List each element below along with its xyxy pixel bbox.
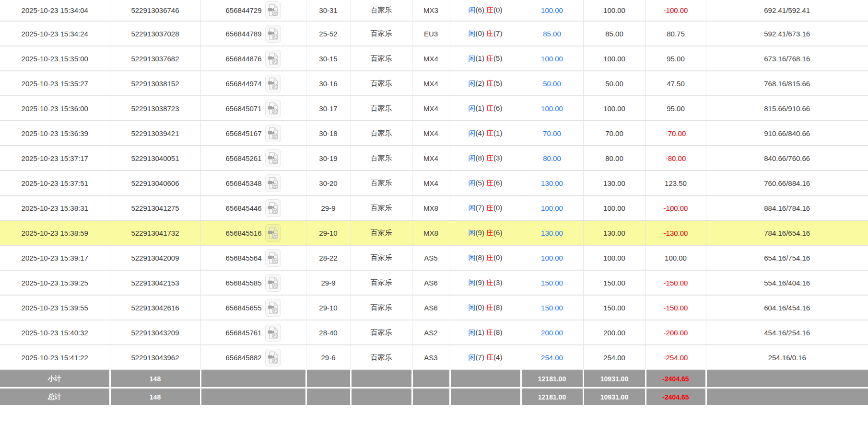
table-row[interactable]: 2025-10-23 15:38:59 522913041732 6568455… xyxy=(0,220,868,245)
video-record-icon xyxy=(268,127,279,140)
banker-count: (0) xyxy=(493,204,502,212)
cell-bet-time: 2025-10-23 15:34:24 xyxy=(0,21,110,46)
table-row[interactable]: 2025-10-23 15:41:22 522913043962 6568458… xyxy=(0,345,868,370)
table-row[interactable]: 2025-10-23 15:36:00 522913038723 6568450… xyxy=(0,96,868,121)
bet-amount-link[interactable]: 100.00 xyxy=(541,104,563,113)
balance-value: 554.16/404.16 xyxy=(764,279,810,287)
footer-subtotal-empty-table xyxy=(412,370,450,388)
video-record-icon xyxy=(268,351,279,364)
round-id-value: 656845348 xyxy=(225,179,261,187)
bet-amount-link[interactable]: 100.00 xyxy=(541,254,563,262)
cell-result: 闲(8) 庄(3) xyxy=(450,146,521,171)
video-replay-button[interactable] xyxy=(265,50,281,68)
bet-amount-link[interactable]: 130.00 xyxy=(541,229,563,237)
video-replay-button[interactable] xyxy=(265,249,281,267)
video-replay-button[interactable] xyxy=(265,25,281,43)
cell-valid-amount: 150.00 xyxy=(583,295,645,320)
video-replay-button[interactable] xyxy=(265,149,281,167)
bet-amount-link[interactable]: 100.00 xyxy=(541,6,563,14)
table-row[interactable]: 2025-10-23 15:37:17 522913040051 6568452… xyxy=(0,146,868,171)
cell-bet-id: 522913041275 xyxy=(110,195,200,220)
video-replay-button[interactable] xyxy=(265,125,281,142)
bet-amount-link[interactable]: 50.00 xyxy=(543,80,561,88)
bet-amount-link[interactable]: 85.00 xyxy=(543,30,561,38)
cell-result: 闲(7) 庄(4) xyxy=(450,345,521,370)
cell-bet-id: 522913041732 xyxy=(110,220,200,245)
cell-game-type: 百家乐 xyxy=(351,245,412,270)
bet-amount-link[interactable]: 200.00 xyxy=(541,329,563,337)
video-replay-button[interactable] xyxy=(265,174,281,192)
table-row[interactable]: 2025-10-23 15:35:27 522913038152 6568449… xyxy=(0,71,868,96)
player-count: (1) xyxy=(476,328,484,336)
video-replay-button[interactable] xyxy=(265,75,281,92)
cell-shoe-round: 25-52 xyxy=(306,21,351,46)
footer-subtotal-valid-total: 10931.00 xyxy=(583,370,645,388)
cell-bet-amount: 70.00 xyxy=(521,121,583,146)
table-row[interactable]: 2025-10-23 15:39:25 522913042153 6568455… xyxy=(0,270,868,295)
video-replay-button[interactable] xyxy=(265,224,281,242)
shoe-round-value: 30-20 xyxy=(319,179,337,187)
bet-amount-link[interactable]: 150.00 xyxy=(541,279,563,287)
table-row[interactable]: 2025-10-23 15:35:00 522913037682 6568448… xyxy=(0,46,868,71)
video-record-icon xyxy=(268,27,279,40)
bet-amount-link[interactable]: 100.00 xyxy=(541,55,563,63)
valid-amount-value: 100.00 xyxy=(603,6,625,14)
cell-game-type: 百家乐 xyxy=(351,71,412,96)
cell-win-loss: -100.00 xyxy=(645,195,706,220)
table-row[interactable]: 2025-10-23 15:36:39 522913039421 6568451… xyxy=(0,121,868,146)
banker-label: 庄 xyxy=(486,154,493,162)
video-replay-button[interactable] xyxy=(265,199,281,217)
table-row[interactable]: 2025-10-23 15:39:55 522913042616 6568456… xyxy=(0,295,868,320)
banker-label: 庄 xyxy=(486,303,493,311)
bet-time-value: 2025-10-23 15:36:00 xyxy=(22,104,88,113)
bet-amount-link[interactable]: 80.00 xyxy=(543,154,561,162)
cell-balance: 673.16/768.16 xyxy=(706,46,868,71)
round-id-wrap: 656845071 xyxy=(201,100,306,117)
cell-bet-id: 522913042153 xyxy=(110,270,200,295)
player-label: 闲 xyxy=(469,179,476,187)
cell-table-code: MX4 xyxy=(412,121,450,146)
bet-time-value: 2025-10-23 15:41:22 xyxy=(22,354,88,362)
bet-amount-link[interactable]: 100.00 xyxy=(541,204,563,212)
video-replay-button[interactable] xyxy=(265,1,281,19)
shoe-round-value: 30-17 xyxy=(319,104,337,113)
cell-game-type: 百家乐 xyxy=(351,21,412,46)
cell-bet-amount: 130.00 xyxy=(521,220,583,245)
cell-table-code: AS5 xyxy=(412,245,450,270)
bet-amount-link[interactable]: 130.00 xyxy=(541,179,563,187)
table-row[interactable]: 2025-10-23 15:40:32 522913043209 6568457… xyxy=(0,320,868,345)
footer-total-valid-total: 10931.00 xyxy=(583,388,645,406)
banker-count: (6) xyxy=(493,179,502,187)
table-row[interactable]: 2025-10-23 15:38:31 522913041275 6568454… xyxy=(0,195,868,220)
video-replay-button[interactable] xyxy=(265,100,281,117)
shoe-round-value: 30-19 xyxy=(319,154,337,162)
cell-valid-amount: 130.00 xyxy=(583,171,645,195)
table-row[interactable]: 2025-10-23 15:39:17 522913042009 6568455… xyxy=(0,245,868,270)
round-id-value: 656844789 xyxy=(225,30,261,38)
round-id-wrap: 656845516 xyxy=(201,224,306,242)
cell-table-code: AS3 xyxy=(412,345,450,370)
bet-amount-link[interactable]: 70.00 xyxy=(543,129,561,137)
valid-amount-value: 100.00 xyxy=(603,55,625,63)
player-count: (9) xyxy=(476,228,484,237)
bet-amount-link[interactable]: 254.00 xyxy=(541,354,563,362)
video-replay-button[interactable] xyxy=(265,324,281,342)
cell-valid-amount: 100.00 xyxy=(583,46,645,71)
player-count: (8) xyxy=(476,154,484,162)
bet-id-value: 522913041275 xyxy=(131,204,179,212)
valid-amount-value: 130.00 xyxy=(603,229,625,237)
table-row[interactable]: 2025-10-23 15:34:04 522913036746 6568447… xyxy=(0,0,868,21)
cell-round-id: 656845071 xyxy=(200,96,306,121)
banker-count: (6) xyxy=(493,104,502,112)
balance-value: 454.16/254.16 xyxy=(764,329,810,337)
bet-amount-link[interactable]: 150.00 xyxy=(541,304,563,312)
table-row[interactable]: 2025-10-23 15:34:24 522913037028 6568447… xyxy=(0,21,868,46)
video-replay-button[interactable] xyxy=(265,274,281,292)
video-replay-button[interactable] xyxy=(265,299,281,317)
footer-total-empty-round xyxy=(200,388,306,406)
video-replay-button[interactable] xyxy=(265,349,281,366)
cell-result: 闲(4) 庄(1) xyxy=(450,121,521,146)
table-row[interactable]: 2025-10-23 15:37:51 522913040606 6568453… xyxy=(0,171,868,195)
cell-bet-amount: 80.00 xyxy=(521,146,583,171)
table-code-value: MX4 xyxy=(423,104,438,113)
